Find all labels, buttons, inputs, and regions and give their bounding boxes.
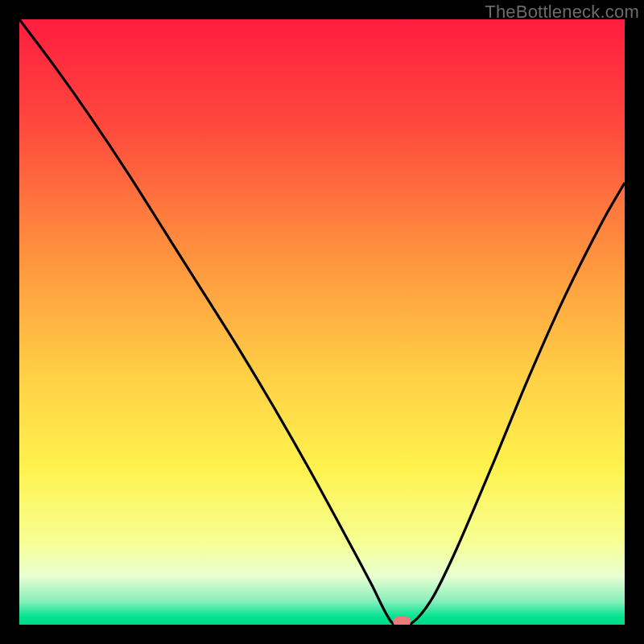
chart-svg xyxy=(19,19,625,625)
min-point-marker xyxy=(393,617,411,625)
chart-frame: TheBottleneck.com xyxy=(0,0,644,644)
gradient-background xyxy=(19,19,625,625)
plot-area xyxy=(19,19,625,625)
